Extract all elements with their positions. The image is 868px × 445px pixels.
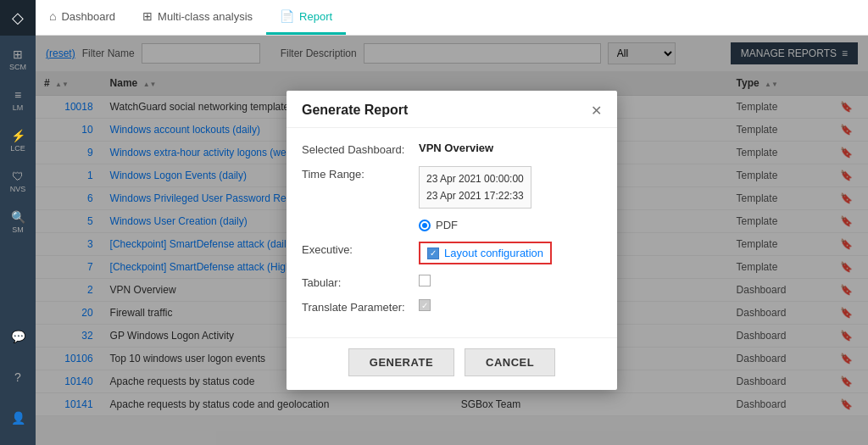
- sidebar-item-lm-label: LM: [13, 103, 24, 112]
- lce-icon: ⚡: [11, 129, 25, 142]
- lm-icon: ≡: [14, 88, 21, 102]
- time-range-start: 23 Apr 2021 00:00:00: [426, 170, 524, 187]
- executive-label: Executive:: [302, 242, 412, 256]
- selected-dashboard-label: Selected Dashboard:: [302, 142, 412, 156]
- modal-close-button[interactable]: ✕: [591, 103, 602, 119]
- sidebar-item-scm[interactable]: ⊞ SCM: [0, 39, 36, 80]
- time-range-label: Time Range:: [302, 166, 412, 181]
- tabular-label: Tabular:: [302, 275, 412, 289]
- sm-icon: 🔍: [11, 210, 25, 224]
- dashboard-tab-icon: ⌂: [49, 9, 56, 23]
- chat-icon: 💬: [11, 330, 25, 343]
- report-tab-icon: 📄: [280, 9, 294, 23]
- executive-checkbox[interactable]: ✓: [427, 248, 439, 259]
- modal-overlay: Generate Report ✕ Selected Dashboard: VP…: [36, 36, 868, 445]
- user-icon: 👤: [11, 411, 25, 425]
- layout-config-link[interactable]: Layout configuration: [444, 247, 543, 259]
- sidebar-item-sm[interactable]: 🔍 SM: [0, 202, 36, 242]
- modal-body: Selected Dashboard: VPN Overview Time Ra…: [287, 128, 617, 338]
- sidebar-bottom: 💬 ? 👤: [0, 316, 36, 445]
- generate-button[interactable]: GENERATE: [348, 348, 454, 376]
- time-range-box[interactable]: 23 Apr 2021 00:00:00 23 Apr 2021 17:22:3…: [419, 166, 531, 209]
- cancel-button[interactable]: CANCEL: [465, 348, 555, 376]
- modal-footer: GENERATE CANCEL: [287, 337, 617, 390]
- pdf-spacer: [302, 219, 412, 220]
- content-area: (reset) Filter Name Filter Description A…: [36, 36, 868, 445]
- modal-row-pdf: PDF: [302, 219, 602, 231]
- help-icon: ?: [14, 370, 21, 384]
- tab-dashboard[interactable]: ⌂ Dashboard: [36, 0, 129, 35]
- sidebar-item-nvs-label: NVS: [10, 185, 26, 193]
- tab-multiclass-label: Multi-class analysis: [158, 10, 253, 23]
- scm-icon: ⊞: [13, 47, 23, 61]
- time-range-end: 23 Apr 2021 17:22:33: [426, 187, 524, 204]
- modal-row-translate: Translate Parameter: ✓: [302, 299, 602, 314]
- pdf-radio-inner: [422, 223, 427, 228]
- sidebar-item-help[interactable]: ?: [0, 357, 36, 398]
- sidebar-logo: ◇: [0, 0, 36, 36]
- tab-multiclass[interactable]: ⊞ Multi-class analysis: [129, 0, 266, 35]
- sidebar-item-sm-label: SM: [12, 225, 24, 234]
- logo-icon: ◇: [12, 8, 24, 27]
- sidebar-item-scm-label: SCM: [9, 63, 26, 71]
- sidebar-item-nvs[interactable]: 🛡 NVS: [0, 161, 36, 202]
- translate-checkmark: ✓: [421, 301, 428, 310]
- generate-report-modal: Generate Report ✕ Selected Dashboard: VP…: [287, 91, 617, 391]
- sidebar-item-chat[interactable]: 💬: [0, 316, 36, 357]
- modal-row-executive: Executive: ✓ Layout configuration: [302, 242, 602, 264]
- executive-checkmark: ✓: [430, 248, 437, 258]
- sidebar-item-user[interactable]: 👤: [0, 398, 36, 438]
- modal-row-dashboard: Selected Dashboard: VPN Overview: [302, 142, 602, 156]
- multiclass-tab-icon: ⊞: [142, 9, 153, 23]
- tab-report[interactable]: 📄 Report: [266, 0, 346, 35]
- sidebar: ◇ ⊞ SCM ≡ LM ⚡ LCE 🛡 NVS 🔍 SM 💬 ? 👤: [0, 0, 36, 445]
- pdf-label: PDF: [436, 219, 458, 231]
- translate-checkbox[interactable]: ✓: [419, 299, 431, 311]
- executive-checkbox-highlighted: ✓ Layout configuration: [419, 242, 552, 264]
- modal-row-tabular: Tabular:: [302, 275, 602, 289]
- tab-report-label: Report: [299, 10, 332, 23]
- tab-dashboard-label: Dashboard: [61, 10, 115, 23]
- pdf-radio[interactable]: [419, 220, 431, 231]
- sidebar-item-lm[interactable]: ≡ LM: [0, 80, 36, 120]
- modal-title: Generate Report: [302, 103, 408, 118]
- tabular-checkbox[interactable]: [419, 275, 431, 286]
- sidebar-item-lce-label: LCE: [10, 144, 25, 153]
- modal-header: Generate Report ✕: [287, 91, 617, 128]
- sidebar-item-lce[interactable]: ⚡ LCE: [0, 120, 36, 161]
- selected-dashboard-value: VPN Overview: [419, 142, 493, 154]
- modal-row-timerange: Time Range: 23 Apr 2021 00:00:00 23 Apr …: [302, 166, 602, 209]
- main: ⌂ Dashboard ⊞ Multi-class analysis 📄 Rep…: [36, 0, 868, 445]
- nvs-icon: 🛡: [12, 170, 24, 183]
- pdf-radio-group: PDF: [419, 219, 458, 231]
- topnav: ⌂ Dashboard ⊞ Multi-class analysis 📄 Rep…: [36, 0, 868, 36]
- translate-param-label: Translate Parameter:: [302, 299, 412, 314]
